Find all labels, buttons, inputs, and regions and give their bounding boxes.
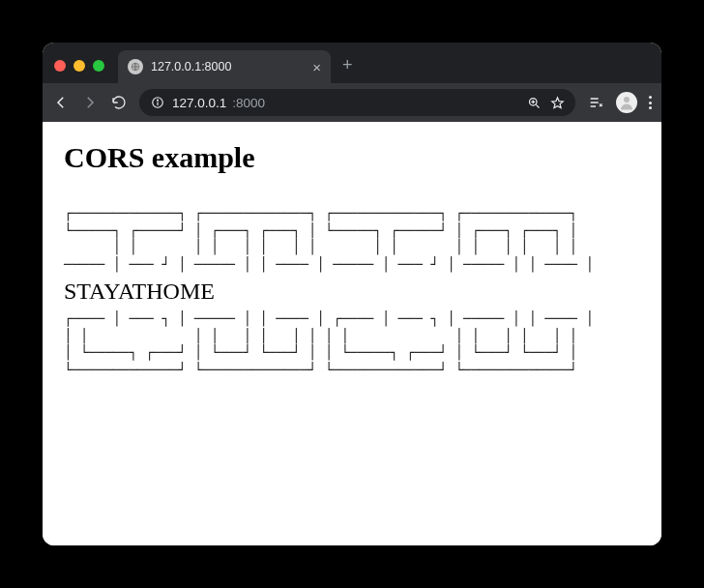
ascii-art-bottom: ┌──── │ ─── ┐ │ ───── │ │ ──── │ ┌──── │… [64, 310, 640, 378]
browser-window: 127.0.0.1:8000 × + 127.0.0.1:8000 [43, 43, 661, 545]
ascii-art-top: ┌─────────────┐ ┌─────────────┐ ┌───────… [64, 205, 640, 273]
minimize-window-icon[interactable] [73, 60, 85, 72]
close-window-icon[interactable] [54, 60, 66, 72]
new-tab-button[interactable]: + [342, 56, 353, 74]
window-controls [54, 60, 104, 72]
page-content: CORS example ┌─────────────┐ ┌──────────… [43, 122, 661, 545]
close-tab-icon[interactable]: × [312, 60, 321, 74]
tab-title: 127.0.0.1:8000 [151, 60, 305, 74]
toolbar: 127.0.0.1:8000 [43, 83, 661, 122]
svg-point-2 [158, 100, 159, 101]
reload-icon[interactable] [110, 94, 128, 111]
menu-icon[interactable] [649, 96, 652, 109]
browser-tab[interactable]: 127.0.0.1:8000 × [118, 50, 331, 83]
media-control-icon[interactable] [587, 94, 604, 111]
zoom-icon[interactable] [525, 94, 543, 111]
tab-strip: 127.0.0.1:8000 × + [43, 43, 661, 83]
url-host: 127.0.0.1 [172, 96, 226, 110]
maximize-window-icon[interactable] [93, 60, 104, 72]
url-path: :8000 [232, 96, 265, 110]
back-icon[interactable] [52, 94, 70, 111]
star-icon[interactable] [548, 94, 566, 111]
page-title: CORS example [64, 141, 640, 174]
center-text: STAYATHOME [64, 279, 640, 305]
address-bar[interactable]: 127.0.0.1:8000 [139, 89, 575, 116]
svg-point-4 [624, 97, 630, 103]
globe-icon [128, 59, 143, 74]
profile-avatar[interactable] [616, 92, 637, 113]
forward-icon[interactable] [81, 94, 99, 111]
info-icon[interactable] [149, 94, 166, 111]
